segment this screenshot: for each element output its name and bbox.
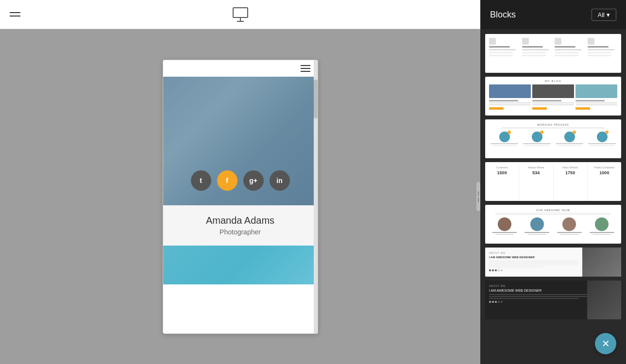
wp-step-4: 4 bbox=[587, 132, 617, 146]
facebook-icon: f bbox=[226, 177, 228, 184]
linkedin-button[interactable]: in bbox=[270, 170, 290, 191]
all-filter-button[interactable]: All ▾ bbox=[592, 9, 616, 21]
monitor-preview-icon[interactable] bbox=[233, 7, 248, 22]
wp-step-icon-4: 4 bbox=[597, 132, 608, 142]
blog-img-2 bbox=[532, 84, 574, 98]
blog-caption-3 bbox=[575, 100, 617, 110]
working-process-title: WORKING PROCESS bbox=[489, 123, 617, 126]
step-icon-4 bbox=[588, 38, 594, 45]
social-icons-row: t f g+ in bbox=[163, 170, 318, 191]
process-step-3 bbox=[555, 38, 585, 69]
block-thumb-process-steps[interactable] bbox=[485, 34, 621, 73]
block-thumb-team[interactable]: OUR AWESOME TEAM bbox=[485, 205, 621, 244]
member-photo-3 bbox=[562, 217, 576, 231]
working-process-steps: 1 2 3 bbox=[489, 132, 617, 146]
wp-step-1: 1 bbox=[489, 132, 520, 146]
name-section: Amanda Adams Photographer bbox=[163, 205, 318, 246]
about-me-light-subtitle: ABOUT ME bbox=[489, 251, 578, 254]
team-member-4 bbox=[586, 217, 617, 235]
block-thumb-working-process[interactable]: WORKING PROCESS 1 2 bbox=[485, 119, 621, 158]
sidebar-title: Blocks bbox=[490, 10, 516, 20]
googleplus-button[interactable]: g+ bbox=[243, 170, 264, 191]
team-members bbox=[489, 217, 617, 235]
blocks-list: MY BLOG bbox=[480, 29, 626, 364]
dropdown-icon: ▾ bbox=[607, 11, 610, 18]
block-thumb-blog[interactable]: MY BLOG bbox=[485, 77, 621, 116]
process-step-4 bbox=[588, 38, 618, 69]
about-me-light-content: ABOUT ME I AM AWESOME WEB DESIGNER bbox=[485, 248, 582, 277]
second-card-preview bbox=[163, 246, 318, 284]
mobile-nav bbox=[163, 60, 318, 77]
blog-read-more-2 bbox=[532, 107, 547, 110]
blog-caption-2 bbox=[532, 100, 574, 110]
resize-handle[interactable] bbox=[476, 182, 480, 211]
preview-canvas: t f g+ in Amanda A bbox=[0, 29, 480, 364]
about-me-dark-image bbox=[587, 281, 621, 319]
mobile-scrollbar[interactable] bbox=[314, 60, 318, 333]
twitter-button[interactable]: t bbox=[191, 170, 211, 191]
mobile-scrollbar-thumb bbox=[314, 80, 318, 118]
wp-step-icon-3: 3 bbox=[564, 132, 575, 142]
member-photo-1 bbox=[498, 217, 511, 231]
step-icon-3 bbox=[555, 38, 561, 45]
wp-step-icon-2: 2 bbox=[532, 132, 542, 142]
team-member-3 bbox=[554, 217, 585, 235]
step-icon-2 bbox=[522, 38, 529, 45]
wp-step-3: 3 bbox=[554, 132, 585, 146]
block-thumb-stats[interactable]: Customers 1500 Awards Winner 534 Hours W… bbox=[485, 162, 621, 201]
about-me-light-title: I AM AWESOME WEB DESIGNER bbox=[489, 256, 578, 259]
blog-read-more-3 bbox=[575, 107, 590, 110]
process-step-1 bbox=[489, 38, 519, 69]
stat-customers: Customers 1500 bbox=[485, 162, 519, 201]
sidebar-header: Blocks All ▾ bbox=[480, 0, 626, 29]
about-me-light-lines bbox=[489, 261, 578, 267]
person-name: Amanda Adams bbox=[170, 215, 310, 226]
step-icon-1 bbox=[489, 38, 496, 45]
working-process-subtitle bbox=[502, 127, 604, 129]
twitter-icon: t bbox=[200, 177, 202, 184]
profile-image-section: t f g+ in bbox=[163, 77, 318, 205]
close-icon: ✕ bbox=[602, 338, 610, 349]
team-title: OUR AWESOME TEAM bbox=[489, 209, 617, 212]
blog-title: MY BLOG bbox=[489, 80, 617, 83]
wp-step-2: 2 bbox=[522, 132, 552, 146]
team-member-2 bbox=[522, 217, 553, 235]
stat-awards: Awards Winner 534 bbox=[519, 162, 553, 201]
person-title: Photographer bbox=[170, 228, 310, 236]
mobile-preview-frame: t f g+ in Amanda A bbox=[163, 60, 318, 334]
blog-read-more-1 bbox=[489, 107, 504, 110]
blog-caption-1 bbox=[489, 100, 531, 110]
block-thumb-about-me-dark[interactable]: ABOUT ME I AM AWESOME WEB DESIGNER bbox=[485, 281, 621, 319]
fab-close-button[interactable]: ✕ bbox=[595, 333, 616, 354]
blocks-sidebar: Blocks All ▾ bbox=[480, 0, 626, 364]
process-step-2 bbox=[522, 38, 552, 69]
wp-step-icon-1: 1 bbox=[499, 132, 510, 142]
blog-captions bbox=[489, 100, 617, 110]
hamburger-menu-icon[interactable] bbox=[10, 12, 20, 17]
linkedin-icon: in bbox=[276, 177, 282, 184]
team-member-1 bbox=[489, 217, 520, 235]
block-thumb-about-me-light[interactable]: ABOUT ME I AM AWESOME WEB DESIGNER bbox=[485, 248, 621, 277]
team-description bbox=[489, 213, 617, 215]
about-me-light-image bbox=[582, 248, 621, 277]
main-area: t f g+ in Amanda A bbox=[0, 0, 480, 364]
blog-images bbox=[489, 84, 617, 98]
googleplus-icon: g+ bbox=[249, 177, 257, 184]
mobile-hamburger-icon bbox=[301, 65, 310, 72]
blog-img-1 bbox=[489, 84, 531, 98]
stat-projects: Project Completed 1000 bbox=[588, 162, 621, 201]
facebook-button[interactable]: f bbox=[217, 170, 237, 191]
about-me-light-dots bbox=[489, 269, 578, 271]
blog-img-3 bbox=[575, 84, 617, 98]
toolbar bbox=[0, 0, 480, 29]
member-photo-2 bbox=[530, 217, 544, 231]
stat-hours: Hours Worked 1750 bbox=[554, 162, 588, 201]
member-photo-4 bbox=[595, 217, 609, 231]
